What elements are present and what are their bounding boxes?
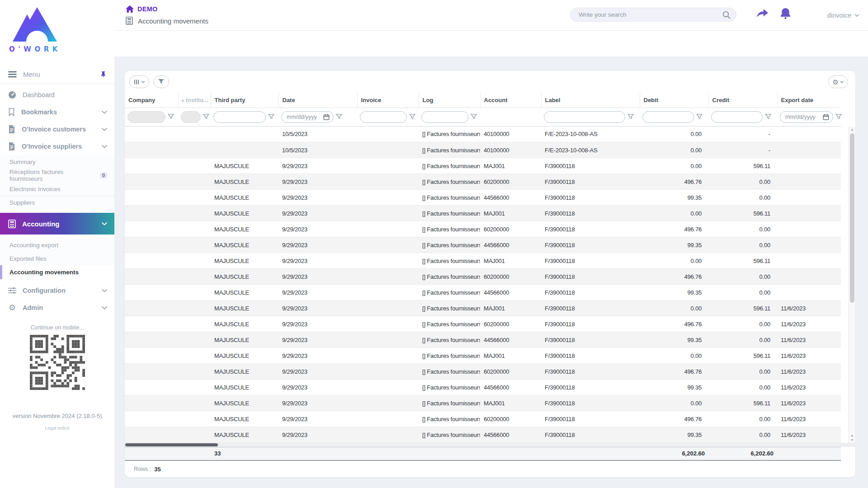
table-row[interactable]: MAJUSCULE9/29/2023[] Factures fournisseu… — [125, 174, 841, 190]
column-header-third_party[interactable]: Third party — [211, 93, 278, 108]
filter-funnel-icon[interactable] — [765, 114, 771, 120]
cell-export_date — [777, 206, 841, 221]
cell-label: F/39000118 — [541, 174, 640, 190]
table-row[interactable]: MAJUSCULE9/29/2023[] Factures fournisseu… — [125, 411, 841, 427]
horizontal-scrollbar[interactable] — [125, 443, 855, 447]
filter-funnel-icon[interactable] — [409, 114, 415, 120]
sidebar-subitem-summary[interactable]: Summary — [0, 155, 114, 169]
breadcrumb[interactable]: DEMO — [126, 5, 158, 13]
filter-input-third_party[interactable] — [213, 111, 266, 123]
filter-input-invoice[interactable] — [360, 111, 407, 123]
sidebar-subitem-accounting-export[interactable]: Accounting export — [0, 238, 114, 252]
vertical-scrollbar[interactable]: ▲ ▲ ▼ — [849, 127, 855, 443]
table-row[interactable]: 10/5/2023[] Factures fournisseurs4010000… — [125, 142, 841, 158]
cell-invoice — [357, 206, 419, 221]
column-header-label[interactable]: Label — [541, 93, 640, 108]
table-row[interactable]: MAJUSCULE9/29/2023[] Factures fournisseu… — [125, 221, 841, 237]
user-menu[interactable]: dinvoice — [827, 12, 859, 19]
sidebar-item-dashboard[interactable]: Dashboard — [0, 86, 114, 103]
filter-input-log[interactable] — [421, 111, 468, 123]
filter-cell-label — [541, 108, 640, 126]
notifications-bell-icon[interactable] — [780, 8, 791, 19]
filter-input-credit[interactable] — [711, 111, 763, 123]
total-institution — [178, 447, 211, 460]
cell-credit: 0.00 — [708, 269, 777, 285]
filter-input-debit[interactable] — [642, 111, 694, 123]
filter-funnel-icon[interactable] — [268, 114, 274, 120]
column-header-debit[interactable]: Debit — [640, 93, 708, 108]
cell-third_party: MAJUSCULE — [211, 316, 278, 332]
sidebar-item-accounting[interactable]: Accounting — [0, 213, 114, 235]
sidebar-subitem-exported-files[interactable]: Exported files — [0, 252, 114, 265]
filter-input-label[interactable] — [544, 111, 625, 123]
scroll-up-arrow[interactable]: ▲ — [849, 128, 855, 131]
filter-date-date[interactable]: mm/dd/yyyy — [281, 111, 334, 123]
column-header-account[interactable]: Account — [480, 93, 541, 108]
scroll-up-arrow-bottom[interactable]: ▲ — [849, 434, 855, 437]
table-row[interactable]: MAJUSCULE9/29/2023[] Factures fournisseu… — [125, 237, 841, 253]
search-input[interactable] — [579, 11, 722, 18]
search-icon[interactable] — [722, 11, 731, 19]
table-row[interactable]: MAJUSCULE9/29/2023[] Factures fournisseu… — [125, 158, 841, 174]
cell-export_date: 11/6/2023 — [777, 411, 841, 427]
share-icon[interactable] — [756, 9, 769, 19]
column-header-export_date[interactable]: Export date — [777, 93, 841, 108]
table-row[interactable]: MAJUSCULE9/29/2023[] Factures fournisseu… — [125, 364, 841, 380]
legal-notice-link[interactable]: Legal notice — [0, 426, 114, 431]
table-settings-button[interactable]: ⚙ — [828, 75, 848, 88]
column-header-log[interactable]: Log — [419, 93, 480, 108]
filter-funnel-icon[interactable] — [696, 114, 703, 120]
cell-account: MAJ001 — [480, 158, 541, 174]
filter-funnel-icon[interactable] — [835, 114, 842, 120]
filter-funnel-icon[interactable] — [471, 114, 477, 120]
table-row[interactable]: MAJUSCULE9/29/2023[] Factures fournisseu… — [125, 316, 841, 332]
filter-funnel-icon[interactable] — [336, 114, 342, 120]
column-header-credit[interactable]: Credit — [708, 93, 777, 108]
sidebar-item-oinvoice-suppliers[interactable]: O'Invoice suppliers — [0, 138, 114, 155]
cell-company — [125, 380, 178, 395]
column-header-invoice[interactable]: Invoice — [357, 93, 419, 108]
columns-button[interactable] — [129, 75, 149, 88]
filter-funnel-icon[interactable] — [203, 114, 209, 120]
sidebar-subitem-suppliers[interactable]: Suppliers — [0, 196, 114, 209]
table-row[interactable]: MAJUSCULE9/29/2023[] Factures fournisseu… — [125, 427, 841, 443]
horizontal-scrollbar-thumb[interactable] — [125, 443, 218, 446]
sidebar-menu-toggle[interactable]: Menu — [0, 66, 114, 84]
table-row[interactable]: MAJUSCULE9/29/2023[] Factures fournisseu… — [125, 253, 841, 269]
cell-account: 44566000 — [480, 285, 541, 300]
sidebar-item-admin[interactable]: ⚙ Admin — [0, 299, 114, 316]
sidebar-item-configuration[interactable]: Configuration — [0, 282, 114, 299]
column-header-date[interactable]: Date — [278, 93, 357, 108]
global-search[interactable] — [570, 8, 736, 22]
sidebar-item-oinvoice-customers[interactable]: O'Invoice customers — [0, 121, 114, 138]
table-row[interactable]: 10/5/2023[] Factures fournisseurs4010000… — [125, 127, 841, 142]
sidebar-subitem-receptions[interactable]: Réceptions factures fournisseurs 0 — [0, 169, 114, 182]
filter-funnel-icon[interactable] — [627, 114, 634, 120]
cell-date: 9/29/2023 — [278, 190, 357, 206]
pin-icon[interactable] — [100, 71, 106, 78]
subitem-label: Exported files — [9, 255, 47, 262]
table-row[interactable]: MAJUSCULE9/29/2023[] Factures fournisseu… — [125, 380, 841, 395]
column-header-company[interactable]: Company — [125, 93, 178, 108]
column-header-institution[interactable]: ▸ Institu... — [178, 93, 211, 108]
table-row[interactable]: MAJUSCULE9/29/2023[] Factures fournisseu… — [125, 332, 841, 348]
sidebar-subitem-electronic-invoices[interactable]: Electronic Invoices — [0, 182, 114, 196]
cell-credit: 0.00 — [708, 190, 777, 206]
vertical-scrollbar-thumb[interactable] — [850, 133, 854, 303]
table-row[interactable]: MAJUSCULE9/29/2023[] Factures fournisseu… — [125, 206, 841, 221]
table-row[interactable]: MAJUSCULE9/29/2023[] Factures fournisseu… — [125, 285, 841, 300]
filter-date-export_date[interactable]: mm/dd/yyyy — [780, 111, 833, 123]
filter-funnel-icon[interactable] — [168, 114, 174, 120]
sidebar-subitem-accounting-movements[interactable]: Accounting movements — [0, 265, 114, 279]
table-row[interactable]: MAJUSCULE9/29/2023[] Factures fournisseu… — [125, 395, 841, 411]
sidebar-item-label: Bookmarks — [21, 108, 102, 116]
table-row[interactable]: MAJUSCULE9/29/2023[] Factures fournisseu… — [125, 300, 841, 316]
table-row[interactable]: MAJUSCULE9/29/2023[] Factures fournisseu… — [125, 269, 841, 285]
filters-button[interactable] — [153, 75, 169, 88]
scroll-down-arrow[interactable]: ▼ — [849, 438, 855, 441]
sidebar-item-bookmarks[interactable]: Bookmarks — [0, 103, 114, 121]
cell-log: [] Factures fournisseurs — [419, 364, 480, 380]
table-row[interactable]: MAJUSCULE9/29/2023[] Factures fournisseu… — [125, 348, 841, 364]
table-row[interactable]: MAJUSCULE9/29/2023[] Factures fournisseu… — [125, 190, 841, 206]
totals-table: 336,202.606,202.60 — [125, 447, 841, 461]
